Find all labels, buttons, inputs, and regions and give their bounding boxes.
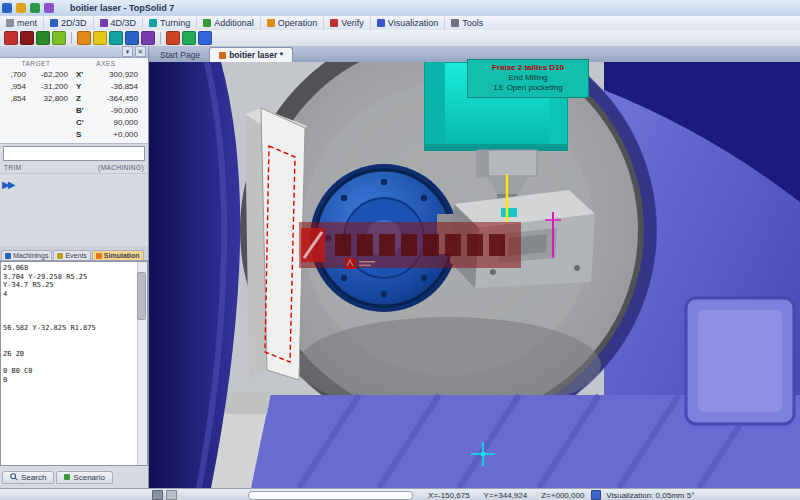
- menu-label: Operation: [278, 18, 318, 28]
- events-tab-icon: [57, 253, 63, 259]
- operation-menu-icon: [267, 19, 275, 27]
- verify-tool-icon[interactable]: [125, 31, 139, 45]
- collision-tool-icon[interactable]: [20, 31, 34, 45]
- scenario-tab-icon: [64, 474, 70, 480]
- tool-name: Fraise 2 tailles D10: [470, 63, 586, 73]
- axes-panel-header: ▾ ✕: [0, 46, 148, 58]
- tab-search[interactable]: Search: [2, 471, 54, 484]
- axis-row: ,700 -62,200 X' 300,920: [0, 68, 148, 80]
- tool-type: End Milling: [470, 73, 586, 83]
- sketch-menu-icon: [50, 19, 58, 27]
- app-icon: [2, 3, 12, 13]
- menu-item-tools[interactable]: Tools: [445, 17, 489, 30]
- undo-icon[interactable]: [30, 3, 40, 13]
- additional-menu-icon: [203, 19, 211, 27]
- menu-item-4d3d[interactable]: 4D/3D: [94, 17, 144, 30]
- menu-label: Tools: [462, 18, 483, 28]
- axis-row: ,954 -31,200 Y -36,854: [0, 80, 148, 92]
- simulation-tab-icon: [96, 253, 102, 259]
- machining-selector-combobox[interactable]: [3, 146, 145, 161]
- simulation-log-text: 29.068 3.704 Y-29.258 R5.25 Y-34.7 R5.25…: [1, 262, 147, 386]
- tab-scenario[interactable]: Scenario: [56, 471, 113, 484]
- menu-label: Turning: [160, 18, 190, 28]
- menu-item-verify[interactable]: Verify: [324, 17, 371, 30]
- menu-label: 4D/3D: [111, 18, 137, 28]
- tools-menu-icon: [451, 19, 459, 27]
- menu-item-visualization[interactable]: Visualization: [371, 17, 445, 30]
- z-coordinate-readout: Z=+000,000: [541, 491, 584, 500]
- axis-value: 300,920: [92, 70, 142, 79]
- stock-tool-icon[interactable]: [93, 31, 107, 45]
- pin-icon[interactable]: ▾: [122, 46, 133, 57]
- axis-label: C': [70, 118, 92, 127]
- snapshot-icon[interactable]: [166, 490, 177, 500]
- tab-label: Search: [21, 473, 46, 482]
- tab-label: Machinings: [13, 252, 48, 259]
- axis-row: S +0,000: [0, 128, 148, 140]
- status-bar: X=-150,675 Y=+344,924 Z=+000,000 Visuali…: [0, 488, 800, 500]
- analysis-tool-icon[interactable]: [141, 31, 155, 45]
- axis-label: Y: [70, 82, 92, 91]
- machine-tool-icon[interactable]: [77, 31, 91, 45]
- stop-tool-icon[interactable]: [4, 31, 18, 45]
- fast-forward-icon[interactable]: ▶▶: [2, 180, 13, 190]
- tab-label: Start Page: [160, 50, 200, 60]
- camera-icon[interactable]: [152, 490, 163, 500]
- save-icon[interactable]: [16, 3, 26, 13]
- axes-column-header: AXES: [72, 60, 140, 67]
- active-tool-tooltip: Fraise 2 tailles D10 End Milling 13: Ope…: [467, 59, 589, 98]
- menu-item-turning[interactable]: Turning: [143, 17, 197, 30]
- document-icon: [219, 52, 226, 59]
- toolpath-tool-icon[interactable]: [182, 31, 196, 45]
- menu-bar: ment 2D/3D 4D/3D Turning Additional Oper…: [0, 16, 800, 31]
- close-icon[interactable]: ✕: [135, 46, 146, 57]
- target-value: -62,200: [28, 70, 70, 79]
- target-value: ,700: [0, 70, 28, 79]
- axis-row: B' -90,000: [0, 104, 148, 116]
- graphics-viewport: Start Page boitier laser *: [149, 46, 800, 488]
- measure-tool-icon[interactable]: [198, 31, 212, 45]
- menu-label: 2D/3D: [61, 18, 87, 28]
- axis-row: ,854 32,800 Z -364,450: [0, 92, 148, 104]
- tab-machinings[interactable]: Machinings: [1, 250, 52, 260]
- simulation-progress-bar[interactable]: [248, 491, 413, 500]
- redo-icon[interactable]: [44, 3, 54, 13]
- resume-tool-icon[interactable]: [52, 31, 66, 45]
- x-coordinate-readout: X=-150,675: [428, 491, 470, 500]
- tab-boitier-laser[interactable]: boitier laser *: [209, 47, 293, 62]
- tab-label: Scenario: [73, 473, 105, 482]
- material-removal-icon[interactable]: [166, 31, 180, 45]
- log-scrollbar[interactable]: [137, 262, 147, 465]
- trim-machining-row: TRIM (MACHINING): [0, 162, 148, 173]
- menu-item-document-clipped[interactable]: ment: [0, 17, 44, 30]
- axis-value: +0,000: [92, 130, 142, 139]
- axes-position-panel: TARGET AXES ,700 -62,200 X' 300,920 ,954…: [0, 58, 148, 144]
- explorer-tabs: Search Scenario: [0, 466, 148, 488]
- operation-name: 13: Open pocketing: [470, 83, 586, 93]
- y-coordinate-readout: Y=+344,924: [484, 491, 528, 500]
- menu-label: Verify: [341, 18, 364, 28]
- log-scrollbar-thumb[interactable]: [137, 272, 146, 320]
- machinings-tab-icon: [5, 253, 11, 259]
- left-dock-panel: ▾ ✕ TARGET AXES ,700 -62,200 X' 300,920 …: [0, 46, 149, 488]
- visualization-tolerance: Visualization: 0,05mm 5°: [606, 491, 694, 500]
- menu-label: Visualization: [388, 18, 438, 28]
- start-simulation-icon[interactable]: [36, 31, 50, 45]
- menu-label: Additional: [214, 18, 254, 28]
- simulation-controls-area: ▶▶: [0, 173, 148, 246]
- menu-item-2d3d[interactable]: 2D/3D: [44, 17, 94, 30]
- menu-label: ment: [17, 18, 37, 28]
- axis-row: C' 90,000: [0, 116, 148, 128]
- axis-value: -36,854: [92, 82, 142, 91]
- menu-item-operation[interactable]: Operation: [261, 17, 325, 30]
- target-column-header: TARGET: [0, 60, 72, 67]
- tab-start-page[interactable]: Start Page: [151, 48, 209, 62]
- verify-menu-icon: [330, 19, 338, 27]
- menu-item-additional[interactable]: Additional: [197, 17, 261, 30]
- machine-simulation-scene: [149, 62, 800, 488]
- tab-events[interactable]: Events: [53, 250, 90, 260]
- axis-label: X': [70, 70, 92, 79]
- machine-3d-view[interactable]: [149, 62, 800, 488]
- tab-simulation[interactable]: Simulation: [92, 250, 144, 260]
- probe-tool-icon[interactable]: [109, 31, 123, 45]
